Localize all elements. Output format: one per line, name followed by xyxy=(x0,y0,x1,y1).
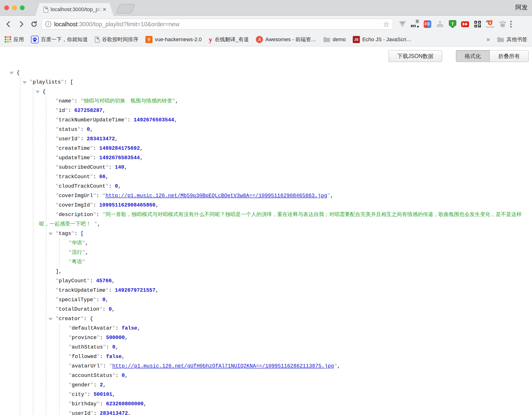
json-key: userId xyxy=(72,411,90,415)
json-token: " xyxy=(68,354,72,360)
apps-grid-icon xyxy=(5,36,11,43)
json-token: , xyxy=(112,278,115,284)
window-close-button[interactable] xyxy=(4,5,9,10)
other-bookmarks[interactable]: 其他书签 xyxy=(497,36,527,43)
json-token: " xyxy=(56,174,59,180)
collapse-triangle-icon[interactable] xyxy=(22,81,27,84)
format-button[interactable]: 格式化 xyxy=(456,50,489,62)
bookmark-vue-hackernews[interactable]: V vue-hackernews-2.0 xyxy=(145,36,202,43)
bookmark-youdao[interactable]: y 在线翻译_有道 xyxy=(209,36,249,44)
json-string: 粤语 xyxy=(72,259,82,265)
json-token: , xyxy=(140,145,143,151)
json-number: 45766 xyxy=(96,278,112,284)
collapse-triangle-icon[interactable] xyxy=(36,91,40,94)
json-key: trackUpdateTime xyxy=(59,288,105,293)
json-token: , xyxy=(85,250,88,256)
json-token: : xyxy=(93,155,99,161)
json-token: " xyxy=(112,325,115,331)
collapse-triangle-icon[interactable] xyxy=(10,72,14,75)
json-number: 2 xyxy=(100,382,103,388)
tampermonkey-icon[interactable]: T xyxy=(448,20,457,29)
json-key: gender xyxy=(72,382,90,388)
profile-name[interactable]: 阿发 xyxy=(515,3,528,12)
bookmark-label: 在线翻译_有道 xyxy=(215,36,249,43)
bookmark-awesomes[interactable]: A Awesomes - 前端资… xyxy=(256,36,316,43)
json-string: 同一首歌，独唱模式与对唱模式有没有什么不同呢？独唱是一个人的演绎，重在诠释与表达… xyxy=(39,212,522,227)
bookmark-baidu[interactable]: 百度一下，你就知道 xyxy=(31,36,88,43)
address-bar[interactable]: i localhost:3000/top_playlist?limit=10&o… xyxy=(42,19,393,29)
bookmark-apps[interactable]: 应用 xyxy=(5,36,24,43)
json-number: 140 xyxy=(115,164,124,170)
json-token: " xyxy=(68,240,72,246)
page-content: 下载JSON数据 格式化 折叠所有 {"playlists": [{"name"… xyxy=(0,46,532,415)
h5-player-extension-icon[interactable]: 5 PLAYER xyxy=(486,20,494,29)
json-key: updateTime xyxy=(59,155,90,161)
json-key: trackNumberUpdateTime xyxy=(59,117,124,123)
tab-close-icon[interactable]: × xyxy=(103,6,106,13)
collapse-all-button[interactable]: 折叠所有 xyxy=(489,50,528,62)
reload-button[interactable] xyxy=(29,19,39,29)
window-minimize-button[interactable] xyxy=(12,5,17,10)
json-line: "subscribedCount": 140, xyxy=(0,163,532,172)
fe-extension-icon[interactable]: FE xyxy=(423,20,432,29)
paw-extension-icon[interactable] xyxy=(498,20,507,29)
json-key: birthday xyxy=(72,401,97,407)
qrcode-extension-icon[interactable] xyxy=(473,20,482,29)
json-line: "trackUpdateTime": 1492679721557, xyxy=(0,286,532,295)
folder-icon xyxy=(497,37,504,42)
bookmark-label: vue-hackernews-2.0 xyxy=(155,37,202,43)
json-token: " xyxy=(29,79,33,85)
json-link[interactable]: http://p1.music.126.net/gUfH0bhzOfAl71NU… xyxy=(112,363,334,369)
json-token: " xyxy=(105,183,109,189)
json-line: "playlists": [ xyxy=(0,77,532,87)
forward-button[interactable] xyxy=(16,19,27,29)
json-key: description xyxy=(59,212,93,218)
new-tab-button[interactable] xyxy=(116,4,135,13)
json-token: , xyxy=(112,306,115,312)
json-token: : xyxy=(68,108,74,114)
json-token: , xyxy=(85,240,88,246)
json-key: subscribedCount xyxy=(59,164,105,170)
bookmark-label: 谷歌按时间排序 xyxy=(102,36,138,43)
json-line: "coverImgId": 109951162908465860, xyxy=(0,201,532,210)
bookmark-star-icon[interactable]: ☆ xyxy=(383,20,390,29)
browser-titlebar: localhost:3000/top_playlist?lim × 阿发 xyxy=(0,0,532,16)
json-token: " xyxy=(56,136,59,142)
window-zoom-button[interactable] xyxy=(20,5,25,10)
json-token: " xyxy=(56,164,59,170)
collapse-triangle-icon[interactable] xyxy=(48,318,53,321)
json-token: : xyxy=(96,193,102,199)
json-token: , xyxy=(174,117,177,123)
json-token: , xyxy=(112,392,115,397)
back-button[interactable] xyxy=(3,19,14,29)
bookmark-label: 百度一下，你就知道 xyxy=(41,36,88,43)
url-text[interactable]: localhost:3000/top_playlist?limit=10&ord… xyxy=(54,21,381,28)
page-info-icon[interactable]: i xyxy=(45,21,51,27)
bookmark-label: 应用 xyxy=(13,36,24,43)
json-line: "totalDuration": 0, xyxy=(0,305,532,314)
browser-tab[interactable]: localhost:3000/top_playlist?lim × xyxy=(36,3,114,16)
json-line: "city": 500101, xyxy=(0,390,532,399)
collapse-triangle-icon[interactable] xyxy=(48,232,53,235)
download-json-button[interactable]: 下载JSON数据 xyxy=(389,50,442,62)
chrome-menu-icon[interactable] xyxy=(510,21,512,28)
json-token: " xyxy=(112,373,115,378)
bookmark-google-by-time[interactable]: 谷歌按时间排序 xyxy=(95,36,138,43)
bookmark-echojs[interactable]: JS Echo JS - JavaScri… xyxy=(353,36,411,43)
bookmark-demo-folder[interactable]: demo xyxy=(323,37,346,43)
sitemap-extension-icon[interactable] xyxy=(436,20,444,29)
bookmarks-overflow-chevron[interactable]: » xyxy=(487,36,490,43)
json-token: " xyxy=(68,335,72,341)
json-token: " xyxy=(56,231,59,237)
json-token: " xyxy=(327,193,330,199)
json-link[interactable]: http://p1.music.126.net/Mb59p30BpEQLcBQe… xyxy=(105,193,327,199)
json-token: " xyxy=(71,98,74,104)
vue-devtools-icon[interactable] xyxy=(398,20,407,29)
video-speed-icon[interactable] xyxy=(461,20,469,29)
json-token: : xyxy=(90,278,96,284)
json-line: "birthday": 623260800000, xyxy=(0,399,532,409)
json-token: " xyxy=(90,411,93,415)
translate-extension-icon[interactable]: en 英 xyxy=(411,20,419,29)
json-token: , xyxy=(97,221,100,227)
browser-toolbar: i localhost:3000/top_playlist?limit=10&o… xyxy=(0,16,532,33)
